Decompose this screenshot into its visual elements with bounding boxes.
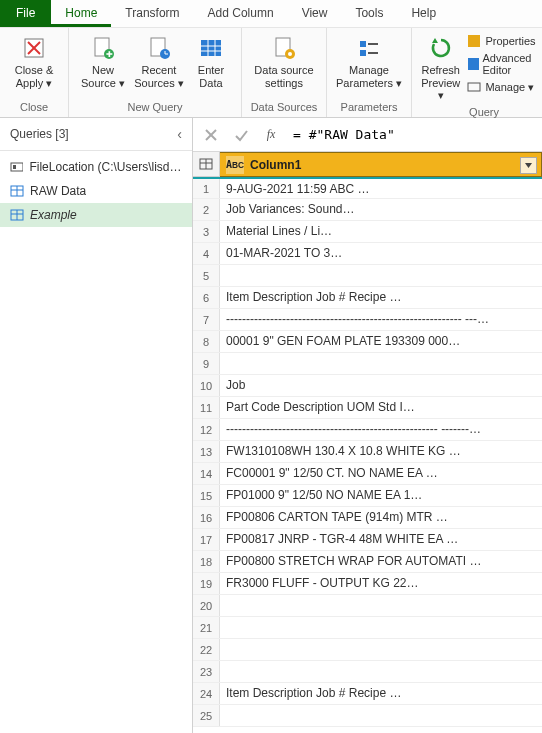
row-number[interactable]: 1 (193, 179, 220, 198)
cell[interactable]: Item Description Job # Recipe … (220, 683, 542, 704)
recent-sources-button[interactable]: Recent Sources ▾ (131, 32, 187, 91)
new-source-button[interactable]: ✚ New Source ▾ (75, 32, 131, 91)
manage-button[interactable]: Manage ▾ (467, 80, 542, 94)
cell[interactable]: Item Description Job # Recipe … (220, 287, 542, 308)
advanced-editor-button[interactable]: Advanced Editor (467, 52, 542, 76)
menu-home[interactable]: Home (51, 0, 111, 27)
cell[interactable]: ----------------------------------------… (220, 419, 542, 440)
row-number[interactable]: 7 (193, 309, 220, 330)
table-row[interactable]: 9 (193, 353, 542, 375)
queries-collapse-icon[interactable]: ‹ (177, 126, 182, 142)
column-header-column1[interactable]: ABC Column1 (220, 152, 542, 177)
table-row[interactable]: 800001 9" GEN FOAM PLATE 193309 000… (193, 331, 542, 353)
column-filter-dropdown[interactable] (520, 157, 537, 174)
query-item-raw-data[interactable]: RAW Data (0, 179, 192, 203)
query-item-example[interactable]: Example (0, 203, 192, 227)
table-row[interactable]: 12 -------------------------------------… (193, 419, 542, 441)
menu-tools[interactable]: Tools (341, 0, 397, 27)
table-row[interactable]: 19-AUG-2021 11:59 ABC … (193, 177, 542, 199)
cell[interactable] (220, 639, 542, 660)
cell[interactable] (220, 617, 542, 638)
menu-help[interactable]: Help (397, 0, 450, 27)
cell[interactable]: FP01000 9" 12/50 NO NAME EA 1… (220, 485, 542, 506)
manage-parameters-button[interactable]: Manage Parameters ▾ (333, 32, 405, 91)
row-number[interactable]: 20 (193, 595, 220, 616)
table-row[interactable]: 11 Part Code Description UOM Std I… (193, 397, 542, 419)
row-number[interactable]: 19 (193, 573, 220, 594)
formula-input[interactable] (289, 123, 536, 146)
cell[interactable]: FP00800 STRETCH WRAP FOR AUTOMATI … (220, 551, 542, 572)
menu-transform[interactable]: Transform (111, 0, 193, 27)
table-row[interactable]: 16 FP00806 CARTON TAPE (914m) MTR … (193, 507, 542, 529)
menu-add-column[interactable]: Add Column (194, 0, 288, 27)
cell[interactable]: FP00806 CARTON TAPE (914m) MTR … (220, 507, 542, 528)
table-row[interactable]: 20 (193, 595, 542, 617)
cell[interactable]: ----------------------------------------… (220, 309, 542, 330)
query-item-filelocation[interactable]: FileLocation (C:\Users\lisde… (0, 155, 192, 179)
table-row[interactable]: 2 Job Variances: Sound… (193, 199, 542, 221)
row-number[interactable]: 22 (193, 639, 220, 660)
row-number[interactable]: 6 (193, 287, 220, 308)
row-number[interactable]: 23 (193, 661, 220, 682)
row-number[interactable]: 15 (193, 485, 220, 506)
table-row[interactable]: 4 01-MAR-2021 TO 3… (193, 243, 542, 265)
table-row[interactable]: 25 (193, 705, 542, 727)
cell[interactable]: 9-AUG-2021 11:59 ABC … (220, 179, 542, 198)
table-row[interactable]: 3 Material Lines / Li… (193, 221, 542, 243)
row-number[interactable]: 12 (193, 419, 220, 440)
menu-file[interactable]: File (0, 0, 51, 27)
formula-cancel-icon[interactable] (199, 123, 223, 147)
enter-data-button[interactable]: Enter Data (187, 32, 235, 91)
row-number[interactable]: 10 (193, 375, 220, 396)
cell[interactable] (220, 353, 542, 374)
table-row[interactable]: 15 FP01000 9" 12/50 NO NAME EA 1… (193, 485, 542, 507)
table-row[interactable]: 24Item Description Job # Recipe … (193, 683, 542, 705)
table-row[interactable]: 6Item Description Job # Recipe … (193, 287, 542, 309)
table-row[interactable]: 5 (193, 265, 542, 287)
row-number[interactable]: 8 (193, 331, 220, 352)
cell[interactable]: 01-MAR-2021 TO 3… (220, 243, 542, 264)
row-number[interactable]: 2 (193, 199, 220, 220)
cell[interactable] (220, 661, 542, 682)
close-apply-button[interactable]: Close & Apply ▾ (6, 32, 62, 91)
row-number[interactable]: 5 (193, 265, 220, 286)
column-type-icon[interactable]: ABC (226, 156, 244, 174)
data-source-settings-button[interactable]: Data source settings (248, 32, 320, 91)
cell[interactable]: FP00817 JNRP - TGR-4 48M WHITE EA … (220, 529, 542, 550)
cell[interactable]: Job Variances: Sound… (220, 199, 542, 220)
table-row[interactable]: 10 Job (193, 375, 542, 397)
formula-fx-icon[interactable]: fx (259, 123, 283, 147)
table-row[interactable]: 13 FW1310108WH 130.4 X 10.8 WHITE KG … (193, 441, 542, 463)
row-number[interactable]: 16 (193, 507, 220, 528)
row-number[interactable]: 11 (193, 397, 220, 418)
row-number[interactable]: 13 (193, 441, 220, 462)
table-row[interactable]: 18 FP00800 STRETCH WRAP FOR AUTOMATI … (193, 551, 542, 573)
row-number[interactable]: 3 (193, 221, 220, 242)
properties-button[interactable]: Properties (467, 34, 542, 48)
row-number[interactable]: 14 (193, 463, 220, 484)
cell[interactable] (220, 705, 542, 726)
table-row[interactable]: 22 (193, 639, 542, 661)
cell[interactable] (220, 265, 542, 286)
cell[interactable]: Job (220, 375, 542, 396)
cell[interactable]: Part Code Description UOM Std I… (220, 397, 542, 418)
row-number[interactable]: 21 (193, 617, 220, 638)
cell[interactable]: 00001 9" GEN FOAM PLATE 193309 000… (220, 331, 542, 352)
row-number[interactable]: 18 (193, 551, 220, 572)
row-number[interactable]: 24 (193, 683, 220, 704)
grid-corner[interactable] (193, 152, 220, 177)
cell[interactable]: FR3000 FLUFF - OUTPUT KG 22… (220, 573, 542, 594)
table-row[interactable]: 23 (193, 661, 542, 683)
row-number[interactable]: 4 (193, 243, 220, 264)
table-row[interactable]: 17 FP00817 JNRP - TGR-4 48M WHITE EA … (193, 529, 542, 551)
menu-view[interactable]: View (288, 0, 342, 27)
formula-commit-icon[interactable] (229, 123, 253, 147)
table-row[interactable]: 19 FR3000 FLUFF - OUTPUT KG 22… (193, 573, 542, 595)
table-row[interactable]: 21 (193, 617, 542, 639)
row-number[interactable]: 9 (193, 353, 220, 374)
table-row[interactable]: 7---------------------------------------… (193, 309, 542, 331)
grid-body[interactable]: 19-AUG-2021 11:59 ABC …2 Job Variances: … (193, 177, 542, 733)
row-number[interactable]: 17 (193, 529, 220, 550)
table-row[interactable]: 14 FC00001 9" 12/50 CT. NO NAME EA … (193, 463, 542, 485)
row-number[interactable]: 25 (193, 705, 220, 726)
